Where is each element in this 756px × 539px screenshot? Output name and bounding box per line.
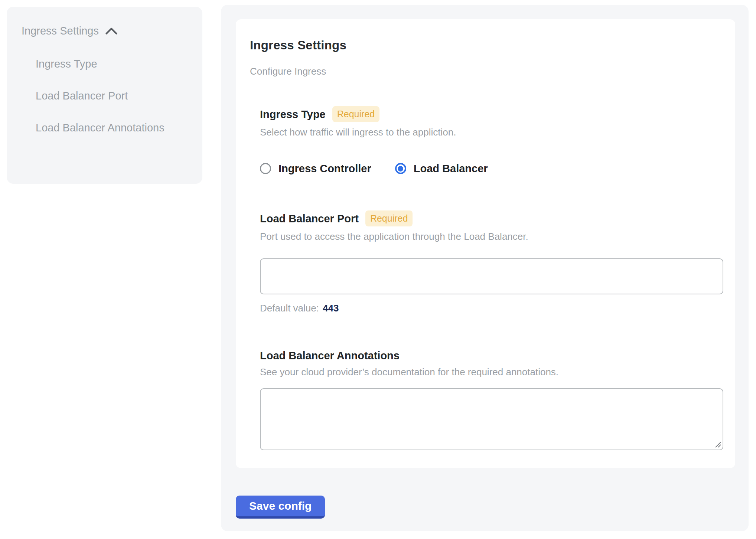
ingress-form: Ingress Type Required Select how traffic… [260,106,723,450]
radio-option-ingress-controller[interactable]: Ingress Controller [260,162,371,175]
sidebar-item-list: Ingress Type Load Balancer Port Load Bal… [36,53,188,139]
load-balancer-annotations-label: Load Balancer Annotations [260,349,400,362]
radio-label-ingress-controller: Ingress Controller [278,162,371,175]
ingress-type-options: Ingress Controller Load Balancer [260,162,723,175]
load-balancer-port-label: Load Balancer Port [260,212,359,225]
default-value-label: Default value: [260,303,319,314]
sidebar-item-load-balancer-annotations[interactable]: Load Balancer Annotations [36,117,169,139]
save-config-button[interactable]: Save config [236,496,325,519]
ingress-type-label: Ingress Type [260,108,326,121]
load-balancer-port-description: Port used to access the application thro… [260,231,723,242]
radio-option-load-balancer[interactable]: Load Balancer [395,162,488,175]
required-badge: Required [365,210,413,226]
textarea-resize-handle-icon[interactable] [715,441,721,448]
load-balancer-port-input[interactable] [260,258,723,294]
load-balancer-annotations-textarea[interactable] [260,388,723,450]
field-load-balancer-annotations: Load Balancer Annotations See your cloud… [260,349,723,450]
sidebar-item-load-balancer-port[interactable]: Load Balancer Port [36,85,169,107]
chevron-up-icon[interactable] [105,26,118,35]
load-balancer-annotations-description: See your cloud provider’s documentation … [260,366,723,378]
radio-selected-icon[interactable] [395,163,406,174]
page-title: Ingress Settings [250,38,723,53]
radio-label-load-balancer: Load Balancer [414,162,488,175]
ingress-type-description: Select how traffic will ingress to the a… [260,127,723,138]
field-load-balancer-port: Load Balancer Port Required Port used to… [260,210,723,314]
sidebar-item-ingress-type[interactable]: Ingress Type [36,53,169,75]
ingress-settings-card: Ingress Settings Configure Ingress Ingre… [236,19,735,468]
required-badge: Required [332,106,379,122]
main-panel: Ingress Settings Configure Ingress Ingre… [221,5,749,531]
sidebar-section-ingress-settings[interactable]: Ingress Settings [22,24,188,37]
settings-sidebar: Ingress Settings Ingress Type Load Balan… [7,7,202,184]
page-subtitle: Configure Ingress [250,66,723,77]
field-ingress-type: Ingress Type Required Select how traffic… [260,106,723,175]
sidebar-section-label: Ingress Settings [22,24,99,37]
radio-unselected-icon[interactable] [260,163,271,174]
default-value-row: Default value:443 [260,303,723,314]
default-value: 443 [323,303,339,314]
